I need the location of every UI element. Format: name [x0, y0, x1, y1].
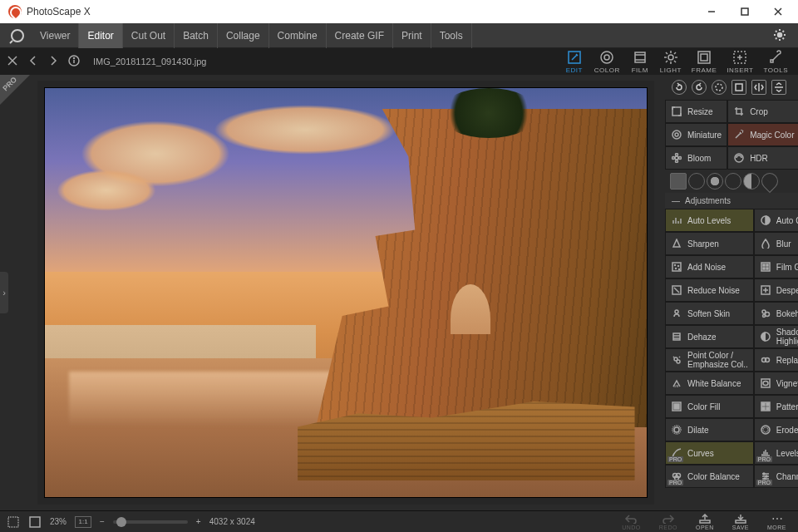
panel-white-balance[interactable]: WBWhite Balance — [665, 372, 754, 395]
panel-bokeh-blur[interactable]: Bokeh Blur — [754, 302, 798, 325]
svg-point-4 — [12, 30, 23, 42]
panel-levels[interactable]: LevelsPRO — [754, 441, 798, 465]
panel-color-balance[interactable]: Color BalancePRO — [665, 465, 754, 488]
panel-shadows-highlights[interactable]: Shadows/Highlights — [754, 325, 798, 348]
adjust-mode-row — [665, 170, 798, 193]
image-canvas[interactable] — [44, 87, 648, 498]
fit-1to1-button[interactable]: 1:1 — [75, 516, 91, 528]
tool-edit[interactable]: Edit — [561, 48, 588, 76]
svg-line-30 — [666, 52, 667, 54]
window-close-button[interactable] — [761, 0, 795, 23]
nav-prev-button[interactable] — [28, 55, 38, 69]
menu-cut-out[interactable]: Cut Out — [123, 23, 175, 48]
settings-button[interactable] — [765, 28, 795, 43]
frame-icon — [697, 50, 712, 65]
bg-toggle-button[interactable] — [28, 515, 42, 529]
panel-auto-levels[interactable]: Auto Levels — [665, 209, 754, 232]
expand-sidebar-button[interactable]: › — [0, 272, 8, 313]
zoom-in-button[interactable]: + — [196, 517, 201, 526]
svg-point-62 — [676, 268, 677, 269]
panel-magic-color[interactable]: Magic Color — [727, 123, 798, 146]
panel-reduce-noise[interactable]: Reduce Noise — [665, 278, 754, 302]
tool-film[interactable]: Film — [627, 48, 653, 76]
panel-erode[interactable]: Erode — [754, 418, 798, 441]
tool-light[interactable]: Light — [657, 48, 685, 76]
sharpen-icon — [671, 238, 682, 249]
panel-channel-mixer[interactable]: Channel MixerPRO — [754, 465, 798, 488]
svg-point-20 — [601, 52, 613, 63]
tool-color[interactable]: Color — [591, 48, 623, 76]
svg-rect-1 — [741, 8, 748, 15]
menu-editor[interactable]: Editor — [79, 23, 122, 48]
svg-point-50 — [672, 157, 675, 160]
info-button[interactable] — [68, 55, 80, 69]
menu-print[interactable]: Print — [393, 23, 431, 48]
panel-bloom[interactable]: Bloom — [665, 146, 727, 170]
panel-resize[interactable]: Resize — [665, 100, 727, 123]
open-button[interactable]: OPEN — [691, 514, 719, 530]
svg-point-46 — [675, 133, 678, 136]
panel-pattern-fill[interactable]: Pattern Fill — [754, 395, 798, 418]
panel-point-color[interactable]: Point Color /Emphasize Col.. — [665, 348, 754, 372]
close-file-button[interactable] — [7, 55, 18, 69]
panel-replace-color[interactable]: Replace Color — [754, 348, 798, 372]
svg-point-5 — [778, 32, 782, 37]
more-button[interactable]: ⋯MORE — [762, 514, 791, 530]
window-maximize-button[interactable] — [728, 0, 761, 23]
menu-tools[interactable]: Tools — [431, 23, 472, 48]
panel-sharpen[interactable]: Sharpen — [665, 232, 754, 255]
mode-drop[interactable] — [758, 170, 781, 193]
panel-despeckle[interactable]: Despeckle — [754, 278, 798, 302]
mode-list-button[interactable] — [670, 173, 687, 190]
logo-icon[interactable] — [8, 27, 27, 45]
quick-rotate-row — [665, 75, 798, 100]
mode-circle-4[interactable] — [743, 173, 760, 190]
flip-h-button[interactable] — [751, 80, 766, 95]
menu-viewer[interactable]: Viewer — [32, 23, 79, 48]
panel-auto-contrast[interactable]: Auto Contrast — [754, 209, 798, 232]
menu-combine[interactable]: Combine — [269, 23, 327, 48]
panel-hdr[interactable]: HDR — [727, 146, 798, 170]
flip-v-button[interactable] — [771, 80, 786, 95]
panel-add-noise[interactable]: Add Noise — [665, 255, 754, 278]
panel-vignette[interactable]: Vignette — [754, 372, 798, 395]
menu-batch[interactable]: Batch — [175, 23, 218, 48]
panel-miniature[interactable]: Miniature — [665, 123, 727, 146]
panel-dehaze[interactable]: Dehaze — [665, 325, 754, 348]
straighten-button[interactable] — [732, 80, 746, 95]
auto-contrast-icon — [760, 214, 771, 226]
nav-next-button[interactable] — [48, 55, 58, 69]
svg-line-32 — [666, 61, 667, 62]
film-icon — [633, 50, 648, 65]
blur-icon — [760, 238, 771, 249]
svg-rect-68 — [766, 268, 768, 269]
tool-tools[interactable]: Tools — [761, 48, 791, 76]
panel-soften-skin[interactable]: Soften Skin — [665, 302, 754, 325]
svg-line-13 — [783, 31, 785, 32]
panel-film-grain[interactable]: Film Grain — [754, 255, 798, 278]
panel-color-fill[interactable]: Color Fill — [665, 395, 754, 418]
rotate-ccw-button[interactable] — [672, 80, 687, 95]
sub-toolbar: IMG_20181121_091430.jpg EditColorFilmLig… — [0, 48, 798, 75]
panel-blur[interactable]: Blur — [754, 232, 798, 255]
mode-circle-2[interactable] — [707, 173, 723, 190]
panel-curves[interactable]: CurvesPRO — [665, 441, 754, 465]
rotate-cw-button[interactable] — [692, 80, 707, 95]
save-button[interactable]: SAVE — [727, 514, 754, 530]
mode-circle-1[interactable] — [688, 173, 705, 190]
panel-dilate[interactable]: Dilate — [665, 418, 754, 441]
zoom-slider[interactable] — [113, 520, 188, 524]
tool-insert[interactable]: Insert — [723, 48, 756, 76]
menu-create-gif[interactable]: Create GIF — [327, 23, 393, 48]
menu-collage[interactable]: Collage — [218, 23, 269, 48]
undo-button[interactable]: UNDO — [617, 514, 646, 530]
redo-button[interactable]: REDO — [654, 514, 682, 530]
tool-frame[interactable]: Frame — [688, 48, 721, 76]
zoom-out-button[interactable]: − — [100, 517, 105, 526]
panel-crop[interactable]: Crop — [727, 100, 798, 123]
adjustments-header[interactable]: —Adjustments — [665, 193, 798, 209]
window-minimize-button[interactable] — [695, 0, 728, 23]
grid-toggle-button[interactable] — [7, 515, 20, 529]
rotate-free-button[interactable] — [712, 80, 727, 95]
mode-circle-3[interactable] — [725, 173, 741, 190]
